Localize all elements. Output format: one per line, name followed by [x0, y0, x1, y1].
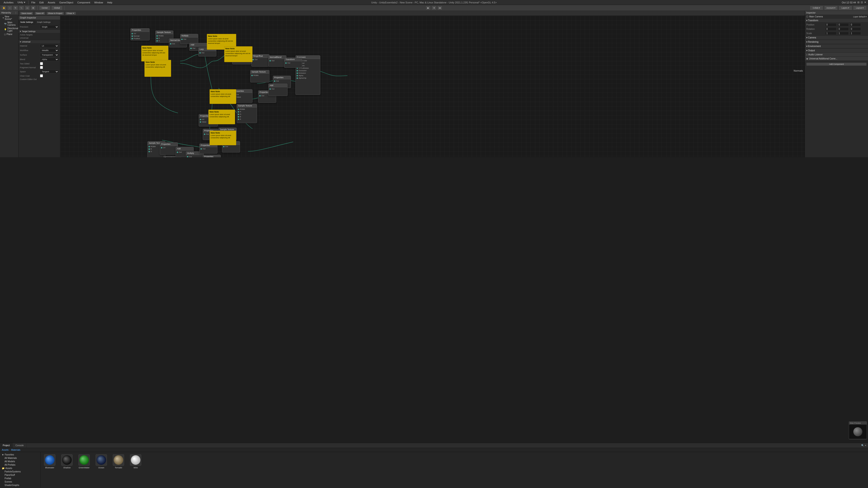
hand-tool-btn[interactable]: ✋ [1, 6, 6, 10]
particle-systems-folder[interactable]: ParticleSystems [0, 470, 40, 473]
asset-item-2[interactable]: GreenWater [77, 454, 91, 469]
port[interactable]: Value [235, 96, 251, 98]
breadcrumb-assets[interactable]: Assets [2, 449, 8, 451]
target-settings-section[interactable]: ▾ Target Settings [19, 30, 60, 33]
surface-select[interactable]: Transparent [40, 53, 59, 57]
port[interactable]: RGBA [238, 108, 256, 110]
precision-select[interactable]: Single [40, 25, 59, 29]
port[interactable]: Out [223, 145, 239, 148]
two-sided-checkbox[interactable] [40, 62, 43, 65]
asset-item-5[interactable]: Wire [129, 454, 143, 469]
prefab-folder[interactable]: Prefab [0, 477, 40, 480]
bottom-search-icon[interactable]: 🔍 [861, 444, 864, 447]
rotation-x[interactable]: 0 [825, 27, 837, 31]
node-settings-tab[interactable]: Node Settings [19, 20, 35, 24]
port[interactable]: Out [200, 148, 216, 150]
breadcrumb-materials[interactable]: Materials [11, 449, 20, 451]
port[interactable]: Out [181, 38, 197, 40]
account-btn[interactable]: Account ▾ [824, 6, 838, 10]
transform-section[interactable]: ▾ Transform [805, 18, 868, 23]
shader-graphs-folder[interactable]: ShaderGraphs [0, 484, 40, 487]
port[interactable]: Emission [297, 72, 319, 74]
shader-node-0[interactable]: Properties UV Normal Position [130, 28, 150, 40]
collab-btn[interactable]: Collab ▾ [810, 6, 823, 10]
rotate-tool-btn[interactable]: ↻ [13, 6, 18, 10]
note-node-2[interactable]: New Note Lorem ipsum dolor sit amet cons… [224, 46, 252, 62]
port[interactable]: AlphaClip [297, 77, 319, 79]
port[interactable]: Out [270, 59, 285, 62]
asset-item-0[interactable]: Bluewater [43, 454, 57, 469]
output-section[interactable]: ▾ Output [805, 48, 868, 53]
port[interactable]: G [238, 113, 256, 116]
port[interactable]: Out [252, 58, 268, 61]
clear-coat-checkbox[interactable] [40, 74, 43, 77]
note-node-4[interactable]: New Note Lorem ipsum dolor sit amet cons… [210, 89, 236, 104]
port[interactable]: R [238, 110, 256, 113]
port[interactable]: A [238, 118, 256, 121]
port[interactable]: Occlusion [297, 69, 319, 72]
position-x[interactable]: 0 [825, 23, 837, 26]
asset-item-4[interactable]: Tornado [112, 454, 125, 469]
note-node-6[interactable]: New Note Lorem ipsum dolor sit amet cons… [210, 131, 236, 145]
port[interactable]: Normal [131, 35, 149, 37]
edit-menu[interactable]: Edit [37, 1, 45, 4]
shader-node-8[interactable]: TilingOffset Out [251, 54, 270, 67]
layers-btn[interactable]: Layers ▾ [839, 6, 852, 10]
scale-y[interactable]: 1 [837, 32, 849, 35]
close-shader-btn[interactable]: Close ✕ [65, 12, 76, 15]
camera-section[interactable]: ▾ Camera [805, 35, 868, 40]
hierarchy-options-icon[interactable]: ⋮ [15, 11, 17, 14]
scale-x[interactable]: 1 [825, 32, 837, 35]
position-z[interactable]: 0 [850, 23, 861, 26]
move-tool-btn[interactable]: ↔ [7, 6, 12, 10]
unity-menu[interactable]: Unity ▾ [16, 0, 27, 4]
hierarchy-directional-light[interactable]: 💡 Directional Light [0, 27, 18, 33]
blend-select[interactable]: Alpha [40, 58, 59, 61]
shader-node-16[interactable]: Add Out [268, 84, 287, 96]
shader-node-19[interactable]: Properties UV [160, 142, 178, 155]
assets-menu[interactable]: Assets [46, 1, 57, 4]
shader-node-11[interactable]: Transform Out [284, 58, 302, 68]
shader-node-25[interactable]: Properties Out [203, 155, 221, 157]
activities-menu[interactable]: Activities [2, 1, 15, 4]
fragment-normal-checkbox[interactable] [40, 66, 43, 69]
workflow-select[interactable]: Metallic [40, 48, 59, 52]
plane-stuff-folder[interactable]: PlaneStuff [0, 473, 40, 477]
close-icon[interactable]: ✕ [864, 1, 866, 4]
material-select[interactable]: Lit [40, 44, 59, 48]
maximize-icon[interactable]: ⊡ [861, 1, 863, 4]
assets-folder[interactable]: 📁 Assets [0, 466, 40, 470]
port[interactable]: UV [235, 93, 251, 96]
vfx-folder[interactable]: VFX [0, 487, 40, 487]
gameobject-menu[interactable]: GameObject [57, 1, 75, 4]
add-component-btn[interactable]: Add Component [806, 63, 867, 66]
note-node-5[interactable]: New Note Lorem ipsum dolor sit amet cons… [209, 109, 235, 124]
global-btn[interactable]: Global [51, 6, 63, 10]
universal-camera-header[interactable]: ◈ Universal Additional Came... [805, 57, 868, 61]
rotation-y[interactable]: 0 [837, 27, 849, 31]
note-node-3[interactable]: New Note Lorem ipsum dolor sit amet cons… [145, 60, 171, 77]
save-asset-btn[interactable]: Save Asset [20, 12, 33, 15]
port[interactable]: Out [285, 62, 301, 64]
port[interactable]: RGBA [251, 74, 268, 76]
hierarchy-main-camera[interactable]: 📷 Main Camera [0, 21, 18, 27]
port[interactable]: Alpha [297, 74, 319, 77]
layout-btn[interactable]: Layout ▾ [853, 6, 867, 10]
port[interactable]: Out [199, 52, 215, 54]
all-materials-folder[interactable]: All Materials [0, 456, 40, 460]
asset-item-1[interactable]: Shadow [60, 454, 74, 469]
audio-listener-header[interactable]: ♪ Audio Listener [805, 53, 868, 57]
environment-section[interactable]: ▾ Environment [805, 44, 868, 48]
shader-node-9[interactable]: Sample Texture RGBA [250, 70, 270, 83]
bottom-add-icon[interactable]: + [865, 444, 866, 447]
window-menu[interactable]: Window [92, 1, 105, 4]
minimize-icon[interactable]: ⊟ [857, 1, 860, 4]
universal-section[interactable]: ▾ Universal [19, 40, 60, 43]
hierarchy-new-scene[interactable]: ▾ New Scene* [0, 15, 18, 21]
position-y[interactable]: 0 [837, 23, 849, 26]
shader-node-13[interactable]: Sample Texture RGBA R G B A [237, 104, 257, 123]
pivot-btn[interactable]: Center [39, 6, 51, 10]
space-select[interactable]: Tangent [40, 70, 59, 73]
shader-node-3[interactable]: Multiply Out [180, 34, 198, 44]
project-tab[interactable]: Project [0, 443, 13, 448]
